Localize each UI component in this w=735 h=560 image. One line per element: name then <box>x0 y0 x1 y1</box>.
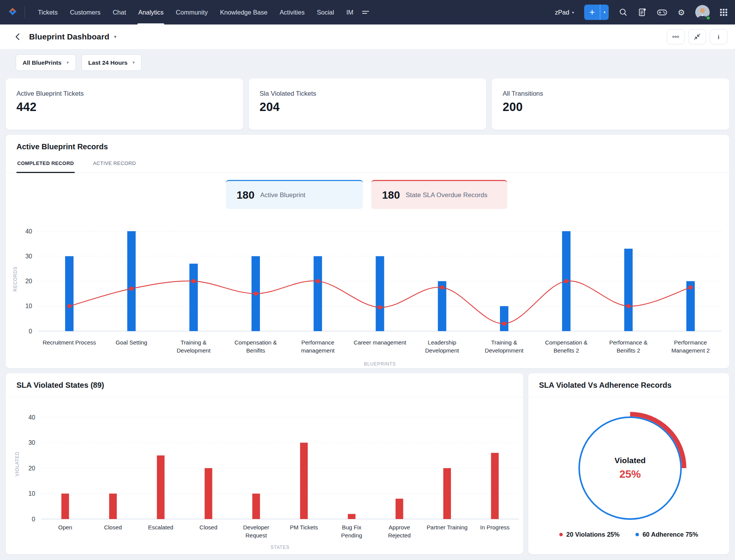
x-axis-category-label: Partner Training <box>423 523 471 539</box>
caret-down-icon[interactable]: ▼ <box>113 34 118 39</box>
plus-icon[interactable]: + <box>584 5 600 20</box>
back-button[interactable] <box>11 31 23 42</box>
apps-grid-icon[interactable] <box>720 9 727 16</box>
tab-completed-record[interactable]: COMPLETED RECORD <box>16 156 75 173</box>
svg-text:20: 20 <box>28 465 35 472</box>
x-axis-title: BLUEPRINTS <box>38 361 722 367</box>
nav-menu: Tickets Customers Chat Analytics Communi… <box>32 0 369 24</box>
x-axis-category-label: Bug Fix Pending <box>328 523 376 539</box>
gamepad-icon[interactable] <box>657 9 667 16</box>
x-axis-category-label: Training & Development <box>163 338 225 354</box>
nav-item-community[interactable]: Community <box>170 0 214 24</box>
kpi-label: Sla Violated Tickets <box>260 90 486 98</box>
stat-chip-active-blueprint: 180 Active Blueprint <box>226 180 363 209</box>
kpi-label: Active Blueprint Tickets <box>16 90 243 98</box>
chip-label: State SLA Overdue Records <box>406 191 488 199</box>
legend-item-violations[interactable]: 20 Violations 25% <box>559 531 619 538</box>
chip-value: 180 <box>382 189 400 201</box>
nav-item-tickets[interactable]: Tickets <box>32 0 64 24</box>
svg-text:10: 10 <box>28 490 35 497</box>
legend-label: 20 Violations 25% <box>566 531 619 538</box>
page-title: Blueprint Dashboard <box>29 32 109 41</box>
nav-divider <box>24 7 25 18</box>
nav-item-activities[interactable]: Activities <box>274 0 311 24</box>
donut-center-text: Violated 25% <box>571 409 689 527</box>
search-icon[interactable] <box>619 8 627 16</box>
gear-icon[interactable]: ⚙ <box>678 8 685 16</box>
donut-center-value: 25% <box>619 468 641 480</box>
x-axis-category-label: Recruitment Process <box>38 338 100 354</box>
svg-text:40: 40 <box>25 228 32 235</box>
kpi-card-sla-violated-tickets: Sla Violated Tickets 204 <box>249 78 486 130</box>
kpi-value: 204 <box>260 100 486 114</box>
panel-title: SLA Violated States (89) <box>16 381 104 390</box>
x-axis-category-label: PM Tickets <box>280 523 328 539</box>
x-axis-category-label: Escalated <box>137 523 185 539</box>
x-axis-category-label: Leadership Development <box>411 338 473 354</box>
sla-violated-vs-adherence-panel: SLA Violated Vs Adherence Records Violat… <box>528 373 729 554</box>
release-notes-icon[interactable] <box>638 8 647 17</box>
blueprint-records-chart[interactable]: 010203040 <box>11 228 724 335</box>
x-axis-category-label: Performance Management 2 <box>660 338 722 354</box>
donut-legend: 20 Violations 25%60 Adherence 75% <box>528 531 729 538</box>
top-nav: Tickets Customers Chat Analytics Communi… <box>0 0 735 24</box>
kpi-card-active-blueprint-tickets: Active Blueprint Tickets 442 <box>6 78 243 130</box>
caret-down-icon: ▼ <box>66 60 70 65</box>
legend-item-adherence[interactable]: 60 Adherence 75% <box>635 531 698 538</box>
x-axis-categories: Recruitment ProcessGoal SettingTraining … <box>38 338 722 354</box>
x-axis-category-label: Closed <box>89 523 137 539</box>
nav-overflow-icon[interactable] <box>362 10 369 15</box>
blueprint-filter-label: All BluePrints <box>23 59 62 66</box>
sla-violated-states-panel: SLA Violated States (89) VIOLATED 010203… <box>6 373 523 554</box>
nav-item-customers[interactable]: Customers <box>64 0 107 24</box>
kpi-card-all-transitions: All Transitions 200 <box>492 78 729 130</box>
x-axis-categories: OpenClosedEscalatedClosedDeveloper Reque… <box>41 523 519 539</box>
kpi-label: All Transitions <box>503 90 729 98</box>
caret-down-icon[interactable]: ▾ <box>600 5 609 20</box>
zoho-desk-logo-icon[interactable] <box>6 5 19 20</box>
divider <box>528 397 729 397</box>
chip-value: 180 <box>237 189 255 201</box>
more-options-button[interactable] <box>667 29 684 44</box>
tab-active-record[interactable]: ACTIVE RECORD <box>92 156 137 173</box>
svg-text:30: 30 <box>28 439 35 446</box>
create-button[interactable]: + ▾ <box>584 5 609 20</box>
nav-item-knowledge-base[interactable]: Knowledge Base <box>214 0 274 24</box>
collapse-button[interactable] <box>688 29 706 44</box>
nav-item-im[interactable]: IM <box>340 0 359 24</box>
workspace-selector[interactable]: zPad ▾ <box>555 9 574 16</box>
online-status-icon <box>706 16 710 20</box>
time-range-label: Last 24 Hours <box>88 59 128 66</box>
records-tabs: COMPLETED RECORD ACTIVE RECORD <box>6 156 729 173</box>
info-button[interactable]: i <box>710 29 727 44</box>
svg-text:0: 0 <box>29 328 32 335</box>
svg-text:40: 40 <box>28 414 35 421</box>
nav-item-analytics[interactable]: Analytics <box>132 0 170 24</box>
x-axis-category-label: In Progress <box>471 523 519 539</box>
stat-chip-sla-overdue: 180 State SLA Overdue Records <box>371 180 507 209</box>
kpi-value: 442 <box>16 100 243 114</box>
legend-dot-icon <box>635 533 639 536</box>
nav-item-social[interactable]: Social <box>311 0 340 24</box>
x-axis-category-label: Performance management <box>287 338 349 354</box>
svg-text:10: 10 <box>25 303 32 309</box>
sla-violated-states-chart[interactable]: 010203040 <box>11 411 521 522</box>
x-axis-category-label: Career management <box>349 338 411 354</box>
legend-dot-icon <box>559 533 563 536</box>
nav-item-chat[interactable]: Chat <box>106 0 132 24</box>
filter-bar: All BluePrints ▼ Last 24 Hours ▼ <box>0 49 735 78</box>
x-axis-category-label: Developer Request <box>232 523 280 539</box>
legend-label: 60 Adherence 75% <box>642 531 698 538</box>
user-avatar[interactable] <box>695 5 710 20</box>
x-axis-category-label: Closed <box>185 523 232 539</box>
x-axis-category-label: Compensation & Benefits 2 <box>535 338 597 354</box>
blueprint-filter-dropdown[interactable]: All BluePrints ▼ <box>16 54 76 71</box>
x-axis-category-label: Compensation & Benifits <box>225 338 287 354</box>
svg-text:20: 20 <box>25 278 32 284</box>
panel-title: SLA Violated Vs Adherence Records <box>539 381 671 390</box>
caret-down-icon: ▾ <box>572 10 574 15</box>
donut-center-label: Violated <box>614 456 645 465</box>
time-range-dropdown[interactable]: Last 24 Hours ▼ <box>82 54 142 71</box>
x-axis-category-label: Training & Developmment <box>473 338 535 354</box>
nav-right-cluster: zPad ▾ + ▾ ⚙ <box>555 5 727 20</box>
